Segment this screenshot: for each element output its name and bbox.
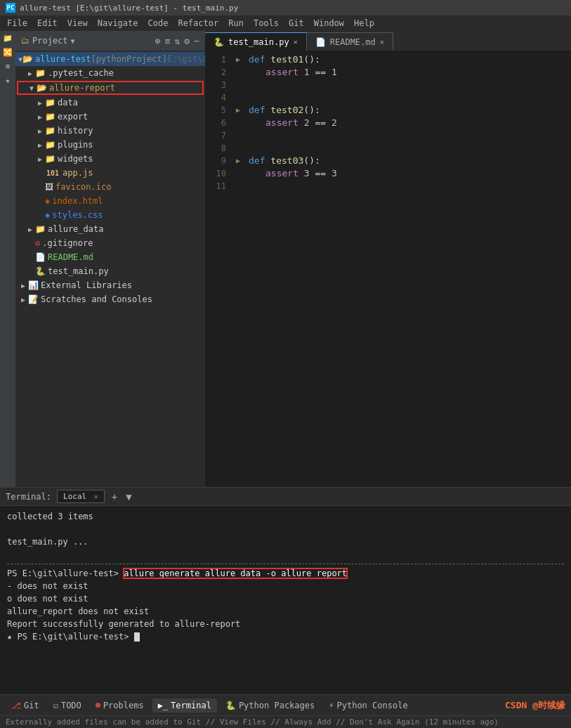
terminal-output-line: collected 3 items: [7, 510, 564, 523]
list-item[interactable]: 101 app.js: [15, 166, 205, 180]
list-item[interactable]: ▼ 📂 allure-report: [17, 81, 204, 95]
menu-item-view[interactable]: View: [63, 17, 92, 30]
tab-py-icon: 🐍: [214, 37, 224, 47]
list-item[interactable]: ⚙ .gitignore: [15, 236, 205, 250]
terminal-add-btn[interactable]: +: [110, 491, 119, 502]
bottom-btn-git[interactable]: ⎇ Git: [6, 698, 45, 713]
func-name: test03: [270, 155, 303, 167]
toolbar-icon-add[interactable]: ⊕: [155, 36, 161, 46]
menu-item-git[interactable]: Git: [284, 17, 308, 30]
editor-content: 1 2 3 4 5 6 7 8 9 10 11 ▶ def test01():: [205, 51, 571, 487]
root-label-2: [pythonProject]: [91, 54, 167, 64]
side-icon-structure[interactable]: ≡: [2, 62, 13, 73]
side-icon-folder[interactable]: 📁: [2, 34, 13, 45]
md-file-icon: 📄: [35, 252, 46, 262]
tab-close-btn[interactable]: ✕: [294, 38, 298, 46]
toolbar-icon-gear[interactable]: ⚙: [184, 36, 190, 46]
item-arrow: ▶: [28, 226, 35, 233]
terminal-tab-local[interactable]: Local ✕: [57, 490, 105, 503]
item-label: app.js: [63, 168, 93, 178]
parens: ():: [303, 155, 320, 167]
terminal-blank: [7, 523, 564, 535]
run-arrow[interactable]: ▶: [236, 53, 240, 66]
menu-item-window[interactable]: Window: [310, 17, 348, 30]
btn-label: TODO: [61, 701, 81, 710]
menu-item-tools[interactable]: Tools: [249, 17, 283, 30]
folder-icon: 📁: [45, 154, 55, 164]
item-arrow: ▶: [38, 127, 45, 135]
list-item[interactable]: ▶ 📁 allure_data: [15, 222, 205, 236]
list-item[interactable]: ▶ 📊 External Libraries: [15, 278, 205, 292]
tab-readme[interactable]: 📄 README.md ✕: [307, 32, 393, 51]
func-name: test02: [270, 104, 303, 117]
list-item[interactable]: ▶ 📝 Scratches and Consoles: [15, 292, 205, 306]
menu-item-help[interactable]: Help: [350, 17, 379, 30]
code-line: ▶ def test02():: [236, 104, 565, 117]
terminal-tabs: Terminal: Local ✕ + ▼: [0, 488, 571, 506]
terminal-prompt: ★ PS E:\git\allure-test>: [7, 632, 134, 642]
tab-close-icon[interactable]: ✕: [94, 493, 98, 500]
code-line: assert 1 == 1: [236, 66, 565, 79]
item-label: data: [58, 98, 78, 108]
number: 2: [332, 117, 337, 129]
list-item[interactable]: ◈ styles.css: [15, 208, 205, 222]
list-item[interactable]: ◈ index.html: [15, 194, 205, 208]
folder-icon: 📁: [35, 68, 46, 78]
menu-item-code[interactable]: Code: [144, 17, 173, 30]
list-item[interactable]: ▶ 📁 export: [15, 110, 205, 124]
menu-item-navigate[interactable]: Navigate: [93, 17, 143, 30]
side-icon-commit[interactable]: 🔀: [2, 48, 13, 59]
python-icon: 🐍: [225, 701, 236, 710]
keyword-assert: assert: [265, 66, 304, 79]
bottom-btn-python-packages[interactable]: 🐍 Python Packages: [220, 698, 320, 713]
item-label: widgets: [58, 154, 93, 164]
run-arrow[interactable]: ▶: [236, 155, 240, 167]
keyword-assert: assert: [265, 117, 304, 129]
terminal-separator: [7, 564, 564, 564]
list-item[interactable]: ▶ 📁 data: [15, 96, 205, 110]
toolbar-icon-close[interactable]: −: [194, 36, 199, 46]
menu-item-file[interactable]: File: [3, 17, 32, 30]
terminal-dropdown-btn[interactable]: ▼: [124, 491, 133, 502]
tab-close-btn[interactable]: ✕: [380, 38, 384, 46]
terminal-label: Terminal:: [6, 492, 51, 502]
item-arrow: ▶: [21, 296, 28, 304]
menu-item-run[interactable]: Run: [224, 17, 248, 30]
list-item[interactable]: 📄 README.md: [15, 250, 205, 264]
item-label: history: [58, 126, 93, 136]
bottom-btn-todo[interactable]: ☑ TODO: [48, 698, 87, 713]
tree-root[interactable]: ▼ 📂 allure-test [pythonProject] E:\git\a…: [15, 52, 205, 66]
list-item[interactable]: ▶ 📁 plugins: [15, 138, 205, 152]
list-item[interactable]: 🐍 test_main.py: [15, 264, 205, 278]
btn-label: Git: [24, 701, 39, 710]
parens: ():: [303, 53, 320, 66]
func-name: test01: [270, 53, 303, 66]
list-item[interactable]: ▶ 📁 .pytest_cache: [15, 66, 205, 80]
operator: ==: [310, 66, 332, 79]
side-icon-favorites[interactable]: ★: [2, 76, 13, 87]
terminal-content[interactable]: collected 3 items test_main.py ... PS E:…: [0, 506, 571, 694]
bottom-btn-terminal[interactable]: ▶_ Terminal: [152, 698, 217, 713]
number: 1: [304, 66, 310, 79]
menu-item-refactor[interactable]: Refactor: [173, 17, 223, 30]
list-item[interactable]: 🖼 favicon.ico: [15, 180, 205, 194]
number: 3: [332, 167, 337, 180]
list-item[interactable]: ▶ 📁 history: [15, 124, 205, 138]
code-editor[interactable]: ▶ def test01(): assert 1 == 1 ▶: [230, 51, 571, 487]
git-file-icon: ⚙: [35, 238, 40, 248]
bottom-btn-python-console[interactable]: ⚡ Python Console: [323, 698, 413, 713]
code-line: [236, 180, 565, 193]
bottom-btn-problems[interactable]: Problems: [90, 698, 150, 713]
toolbar-icon-list[interactable]: ≡: [165, 36, 171, 46]
keyword-def: def: [249, 155, 270, 167]
code-line: assert 3 == 3: [236, 167, 565, 180]
tab-test-main[interactable]: 🐍 test_main.py ✕: [205, 32, 307, 51]
title-text: allure-test [E:\git\allure-test] - test_…: [20, 4, 238, 13]
menu-item-edit[interactable]: Edit: [33, 17, 62, 30]
keyword-assert: assert: [265, 167, 304, 180]
toolbar-icon-sort[interactable]: ⇅: [175, 36, 181, 46]
dropdown-arrow[interactable]: ▼: [71, 37, 75, 45]
run-arrow[interactable]: ▶: [236, 104, 240, 117]
folder-icon: 📁: [35, 224, 46, 234]
list-item[interactable]: ▶ 📁 widgets: [15, 152, 205, 166]
